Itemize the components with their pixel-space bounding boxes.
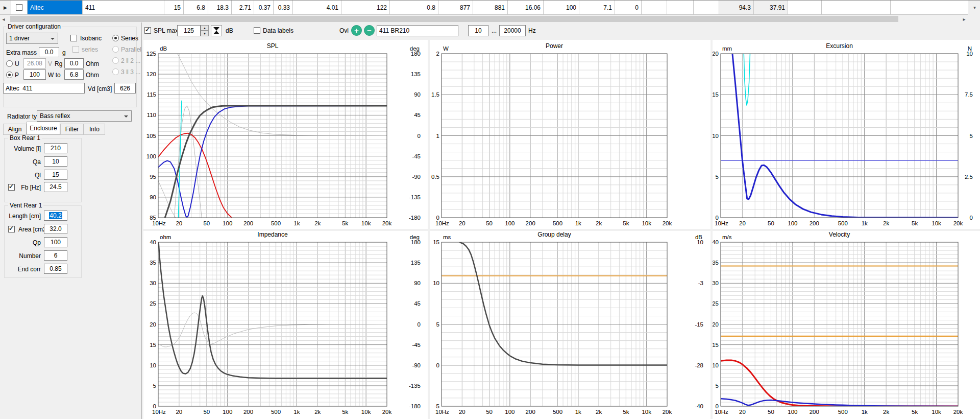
grid-cell[interactable] <box>642 1 667 14</box>
power-ytick: 2 <box>436 51 439 57</box>
velocity-xtick: 50 <box>768 409 774 415</box>
spl-max-checkbox[interactable] <box>144 27 151 34</box>
impedance-xtick: 5k <box>342 409 348 415</box>
freq-max-field[interactable]: 20000 <box>499 25 526 36</box>
impedance-xtick: 2k <box>314 409 321 415</box>
grid-cell[interactable]: 2.71 <box>232 1 254 14</box>
grid-cell[interactable]: 37.91 <box>754 1 788 14</box>
excursion-ytick: 20 <box>713 51 719 57</box>
grid-cell[interactable] <box>891 1 968 14</box>
grid-cell-selected[interactable]: Altec <box>28 1 83 14</box>
step-up-icon[interactable]: ▲ <box>201 25 209 31</box>
grid-cell[interactable]: 411 <box>83 1 164 14</box>
isobaric-checkbox[interactable] <box>70 35 77 41</box>
driver-name-field[interactable]: Altec 411 <box>3 83 85 94</box>
row-checkbox[interactable] <box>16 4 22 11</box>
remove-overlay-button[interactable]: − <box>364 25 375 36</box>
three-parallel-radio[interactable] <box>112 68 119 75</box>
grid-cell[interactable]: 6.8 <box>184 1 208 14</box>
scroll-right-icon[interactable]: ▸ <box>961 15 968 22</box>
area-checkbox[interactable] <box>8 226 15 232</box>
radiator-type-select[interactable]: Bass reflex <box>37 110 132 122</box>
freq-min-field[interactable]: 10 <box>468 25 488 36</box>
area-field[interactable]: 32.0 <box>44 224 67 234</box>
driver-count-select[interactable]: 1 driver <box>6 33 58 44</box>
vd-field[interactable]: 626 <box>114 83 136 94</box>
overlay-name-field[interactable]: 411 BR210 <box>377 25 458 36</box>
tab-filter[interactable]: Filter <box>60 124 84 135</box>
grid-cell[interactable]: 94.3 <box>719 1 754 14</box>
series-checkbox[interactable] <box>72 46 79 53</box>
grid-cell[interactable] <box>788 1 822 14</box>
endcorr-field[interactable]: 0.85 <box>44 264 67 274</box>
grid-cell[interactable]: 0 <box>615 1 642 14</box>
velocity-series-vent-velocity <box>721 360 958 406</box>
grid-cell[interactable]: 4.01 <box>293 1 341 14</box>
parallel-radio[interactable] <box>112 46 119 53</box>
step-down-icon[interactable]: ▼ <box>201 31 209 36</box>
impedance-xtick: 20k <box>382 409 392 415</box>
scrollbar-thumb[interactable] <box>10 16 898 22</box>
tab-align[interactable]: Align <box>3 124 27 135</box>
driver-configuration-panel: Driver configuration 1 driver Isobaric S… <box>0 22 142 419</box>
grid-cell[interactable] <box>694 1 719 14</box>
autoscale-button[interactable] <box>211 25 222 36</box>
voltage-radio[interactable] <box>6 60 13 67</box>
extra-mass-field[interactable]: 0.0 <box>39 47 59 57</box>
scroll-left-icon[interactable]: ◂ <box>0 15 7 22</box>
grid-cell[interactable]: 100 <box>544 1 579 14</box>
tab-info[interactable]: Info <box>84 124 105 135</box>
volume-field[interactable]: 210 <box>44 143 67 153</box>
group-delay-ytick: 5 <box>436 321 439 328</box>
grid-cell[interactable] <box>822 1 891 14</box>
rg-field[interactable]: 0.0 <box>64 58 84 68</box>
power-field[interactable]: 100 <box>23 69 46 80</box>
excursion-xtick: 1k <box>862 220 868 226</box>
spl-xtick: 20 <box>176 220 182 226</box>
group-delay-ytick-right: 10 <box>697 239 703 245</box>
charts-area: SPLdBdeg12512011511010510095908518013590… <box>143 40 980 419</box>
grid-cell[interactable]: 122 <box>341 1 390 14</box>
driver-table-row[interactable]: ▶ Altec411156.818.32.710.370.334.011220.… <box>0 1 968 15</box>
two-parallel-radio[interactable] <box>112 57 119 64</box>
impedance-xtick: 200 <box>243 409 253 415</box>
qp-field[interactable]: 100 <box>44 237 67 247</box>
spl-ytick-right: -135 <box>409 194 421 200</box>
row-selector-arrow-icon[interactable]: ▶ <box>0 1 11 14</box>
table-horizontal-scrollbar[interactable]: ◂ ▸ <box>0 15 968 22</box>
power-xtick: 500 <box>553 220 562 226</box>
grid-cell[interactable]: 18.3 <box>208 1 232 14</box>
add-overlay-button[interactable]: + <box>351 25 362 36</box>
grid-cell[interactable]: 0.33 <box>274 1 293 14</box>
group-delay-chart: Group delaymsdB151050-510-3-15-28-4010Hz… <box>430 231 710 419</box>
fb-label: Fb [Hz] <box>0 184 41 191</box>
grid-cell[interactable]: 881 <box>473 1 508 14</box>
grid-cell[interactable]: 15 <box>164 1 184 14</box>
table-vertical-scrollbar[interactable]: ▾ <box>969 1 980 15</box>
grid-cell[interactable]: 877 <box>438 1 473 14</box>
grid-cell[interactable]: 0.8 <box>390 1 438 14</box>
data-labels-checkbox[interactable] <box>254 27 260 34</box>
grid-cell[interactable]: 7.1 <box>579 1 615 14</box>
driver-table: ▶ Altec411156.818.32.710.370.334.011220.… <box>0 0 980 22</box>
series-radio[interactable] <box>112 35 119 41</box>
two-parallel-label: 2 ‖ 2 ... <box>121 57 140 64</box>
grid-cell[interactable]: 0.37 <box>254 1 274 14</box>
row-checkbox-cell[interactable] <box>11 1 28 14</box>
ql-field[interactable]: 15 <box>44 170 67 180</box>
power-ohm-field[interactable]: 6.8 <box>64 69 84 80</box>
spl-max-field[interactable]: 125 <box>177 25 201 36</box>
impedance-ytick-right: 135 <box>411 260 421 266</box>
scroll-down-icon[interactable]: ▾ <box>973 5 976 10</box>
tab-enclosure[interactable]: Enclosure <box>27 122 60 135</box>
ql-label: Ql <box>0 172 41 179</box>
grid-cell[interactable]: 16.06 <box>508 1 544 14</box>
velocity-xtick: 5k <box>912 409 918 415</box>
power-radio[interactable] <box>6 72 13 78</box>
grid-cell[interactable] <box>667 1 694 14</box>
qa-field[interactable]: 10 <box>44 156 67 167</box>
fb-field[interactable]: 24.5 <box>44 182 67 192</box>
vent-length-field[interactable]: 40.2 <box>44 211 67 221</box>
number-field[interactable]: 6 <box>44 250 67 261</box>
spl-max-stepper[interactable]: ▲ ▼ <box>201 25 209 36</box>
